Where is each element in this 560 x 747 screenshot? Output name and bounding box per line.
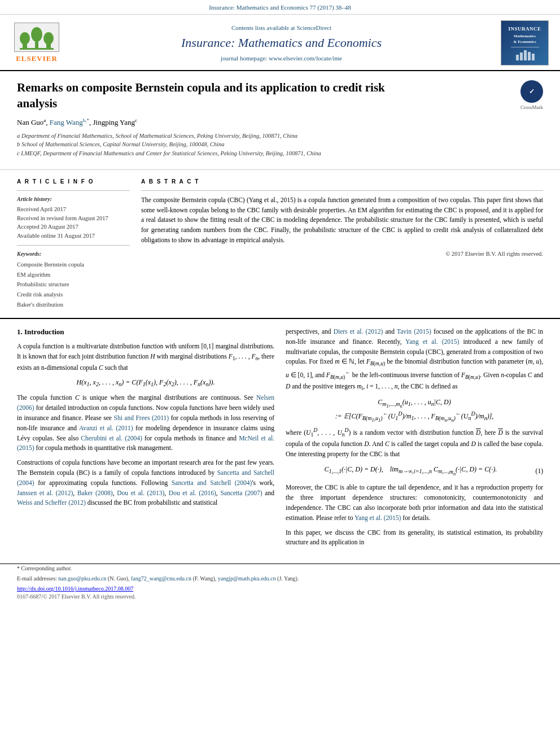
abstract-heading: A B S T R A C T [141, 178, 543, 186]
author-jingping-yang: Jingping Yangc [93, 118, 137, 126]
corresponding-author-note: * Corresponding author. [17, 564, 543, 573]
email-addresses-line: E-mail addresses: nan.guo@pku.edu.cn (N.… [17, 574, 543, 583]
cbc-def-line1: Cm1,...,mn(u1, . . . , un|C, D) [286, 397, 543, 410]
svg-rect-9 [524, 50, 527, 60]
elsevier-tree-logo [14, 23, 59, 52]
ref-avanzi[interactable]: Avanzi et al. (2011) [79, 425, 133, 431]
ref-shi-frees[interactable]: Shi and Frees (2011) [114, 414, 169, 421]
intro-para-2: The copula function C is unique when the… [17, 393, 274, 453]
ref-tavin[interactable]: Tavin (2015) [397, 328, 431, 335]
affiliation-c: c LMEQF, Department of Financial Mathema… [17, 149, 543, 158]
contents-available-line: Contents lists available at ScienceDirec… [62, 24, 501, 32]
sciencedirect-link[interactable]: ScienceDirect [296, 24, 331, 31]
author-nan-guo: Nan Guoa [17, 118, 46, 126]
ref-baker[interactable]: Baker (2008) [77, 490, 113, 496]
insurance-logo-graphic [515, 49, 535, 60]
from-word: form [65, 215, 76, 221]
title-crossmark-area: Remarks on composite Bernstein copula an… [17, 80, 543, 117]
equation-1-block: C1,...,1(·|C, D) = D(·), limm→∞,i=1,...,… [286, 465, 543, 477]
amily-text: F. Wang [195, 575, 213, 582]
ref-sancetta-satchell-2[interactable]: Sancetta and Satchell (2004) [172, 479, 252, 486]
issn-line: 0167-6687/© 2017 Elsevier B.V. All right… [17, 593, 543, 601]
cbc-definition-display: Cm1,...,mn(u1, . . . , un|C, D) := 𝔼[C(F… [286, 397, 543, 424]
ref-diers[interactable]: Diers et al. (2012) [334, 328, 383, 335]
article-title: Remarks on composite Bernstein copula an… [17, 80, 401, 117]
keyword-1: Composite Bernstein copula [17, 260, 130, 270]
article-title-section: Remarks on composite Bernstein copula an… [0, 71, 560, 169]
insurance-logo-line1: INSURANCE [508, 25, 541, 33]
ref-sancetta-2007[interactable]: Sancetta (2007) [220, 490, 262, 496]
email-addresses: nan.guo@pku.edu.cn (N. Guo), fang72_wang… [58, 575, 299, 582]
article-info-col: A R T I C L E I N F O Article history: R… [17, 178, 130, 310]
intro-para-3: Constructions of copula functions have b… [17, 458, 274, 508]
right-para-1: perspectives, and Diers et al. (2012) an… [286, 327, 543, 393]
article-info-heading: A R T I C L E I N F O [17, 178, 130, 186]
svg-rect-10 [528, 52, 531, 60]
math-h-display: H(x1, x2, . . . , xn) = C(F1(x1), F2(x2)… [17, 378, 274, 388]
email-fang-wang[interactable]: fang72_wang@cnu.edu.cn [131, 575, 191, 582]
email-nan-guo[interactable]: nan.guo@pku.edu.cn [58, 575, 106, 582]
svg-point-1 [20, 32, 30, 45]
from-word-2: from [134, 499, 146, 506]
keyword-2: EM algorithm [17, 270, 130, 280]
affiliation-b: b School of Mathematical Sciences, Capit… [17, 140, 543, 149]
insurance-logo: INSURANCE Mathematics & Economics [501, 20, 549, 65]
svg-rect-7 [516, 55, 519, 60]
abstract-col: A B S T R A C T The composite Bernstein … [141, 178, 543, 310]
svg-point-3 [31, 27, 42, 42]
ref-nelsen[interactable]: Nelsen (2006) [17, 394, 274, 411]
keyword-3: Probabilistic structure [17, 279, 130, 290]
doi-line[interactable]: http://dx.doi.org/10.1016/j.insmatheco.2… [17, 585, 543, 593]
body-content: 1. Introduction A copula function is a m… [0, 319, 560, 563]
insurance-logo-line2: Mathematics [514, 34, 536, 40]
svg-rect-6 [20, 48, 54, 50]
ref-yang-2015-2[interactable]: Yang et al. (2015) [355, 514, 401, 521]
article-info-abstract-section: A R T I C L E I N F O Article history: R… [0, 170, 560, 319]
cbc-def-line2: := 𝔼[C(FB(m1,u1)←(U1D)/m1, . . . , FB(mn… [286, 410, 543, 424]
authors-line: Nan Guoa, Fang Wangb,*, Jingping Yangc [17, 117, 543, 128]
ref-dou-2016[interactable]: Dou et al. (2016) [169, 490, 216, 496]
received-line: Received April 2017 [17, 205, 130, 214]
footer-area: * Corresponding author. E-mail addresses… [0, 563, 560, 606]
ref-dou-2013[interactable]: Dou et al. (2013) [117, 490, 164, 496]
svg-rect-11 [532, 54, 535, 60]
available-line: Available online 31 August 2017 [17, 231, 130, 241]
intro-para-1: A copula function is a multivariate dist… [17, 342, 274, 373]
email-label: E-mail addresses: [17, 575, 57, 582]
equation-number-1: (1) [536, 466, 543, 475]
svg-rect-8 [520, 53, 523, 60]
right-para-3: Moreover, the CBC is able to capture the… [286, 483, 543, 523]
homepage-link[interactable]: www.elsevier.com/locate/ime [269, 55, 342, 62]
equation-1-content: C1,...,1(·|C, D) = D(·), limm→∞,i=1,...,… [286, 465, 536, 477]
body-left-col: 1. Introduction A copula function is a m… [17, 327, 274, 552]
revised-line: Received in revised form August 2017 [17, 214, 130, 223]
insurance-logo-line3: & Economics [514, 40, 536, 45]
ref-weiss[interactable]: Weiss and Scheffer (2012) [17, 499, 86, 506]
top-bar: Insurance: Mathematics and Economics 77 … [0, 0, 560, 15]
affiliation-a: a Department of Financial Mathematics, S… [17, 132, 543, 141]
elsevier-tree-svg [20, 24, 54, 50]
ref-janssen[interactable]: Janssen et al. (2012) [17, 490, 73, 496]
affiliations: a Department of Financial Mathematics, S… [17, 132, 543, 158]
ref-yang-2015[interactable]: Yang et al. (2015) [405, 338, 459, 345]
journal-header: ELSEVIER Contents lists available at Sci… [0, 15, 560, 71]
ref-mcneil[interactable]: McNeil et al. (2015) [17, 435, 274, 452]
keywords-list: Composite Bernstein copula EM algorithm … [17, 260, 130, 310]
keyword-4: Credit risk analysis [17, 290, 130, 300]
keyword-5: Baker's distribution [17, 300, 130, 310]
elsevier-logo: ELSEVIER [11, 23, 62, 64]
intro-section-title: 1. Introduction [17, 327, 274, 337]
ref-cherubini[interactable]: Cherubini et al. (2004) [81, 435, 142, 442]
email-jingping-yang[interactable]: yangjp@math.pku.edu.cn [218, 575, 276, 582]
keywords-label: Keywords: [17, 250, 130, 258]
body-right-col: perspectives, and Diers et al. (2012) an… [286, 327, 543, 552]
abstract-text: The composite Bernstein copula (CBC) (Ya… [141, 195, 543, 246]
accepted-line: Accepted 20 August 2017 [17, 222, 130, 231]
copyright-line: © 2017 Elsevier B.V. All rights reserved… [141, 250, 543, 259]
journal-title: Insurance: Mathematics and Economics [62, 34, 501, 52]
svg-point-5 [43, 32, 54, 45]
author-fang-wang[interactable]: Fang Wangb,* [50, 118, 89, 126]
doi-link[interactable]: http://dx.doi.org/10.1016/j.insmatheco.2… [17, 586, 133, 592]
crossmark-label: CrossMark [520, 104, 543, 111]
homepage-line: journal homepage: www.elsevier.com/locat… [62, 54, 501, 63]
